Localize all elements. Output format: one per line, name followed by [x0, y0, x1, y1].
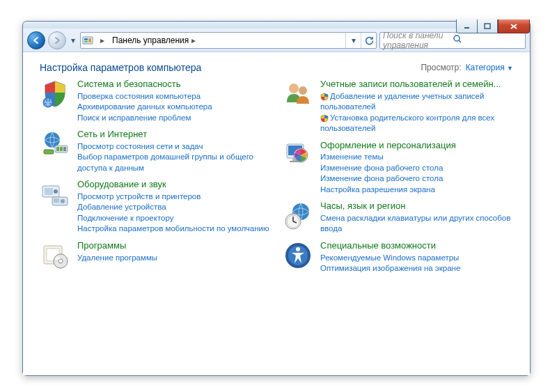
category-link[interactable]: Подключение к проектору — [77, 213, 269, 224]
category-link[interactable]: Добавление устройства — [77, 202, 269, 213]
category-link[interactable]: Архивирование данных компьютера — [77, 102, 212, 113]
content-area: Настройка параметров компьютера Просмотр… — [23, 52, 530, 375]
search-input[interactable]: Поиск в панели управления — [379, 32, 526, 49]
category-title[interactable]: Оформление и персонализация — [320, 140, 456, 151]
category-link[interactable]: Изменение темы — [320, 152, 456, 163]
svg-rect-15 — [63, 147, 66, 151]
svg-point-27 — [58, 259, 63, 263]
nav-history-dropdown[interactable]: ▾ — [69, 33, 77, 47]
window-buttons — [456, 19, 530, 33]
category-hardware-sound: Оборудование и звукПросмотр устройств и … — [40, 179, 270, 235]
titlebar[interactable] — [23, 22, 530, 29]
maximize-button[interactable] — [477, 19, 498, 33]
svg-rect-16 — [44, 150, 54, 154]
category-link[interactable]: Проверка состояния компьютера — [77, 91, 212, 102]
svg-rect-1 — [485, 24, 490, 29]
category-title[interactable]: Часы, язык и регион — [320, 201, 513, 212]
clock-lang-region-icon — [283, 201, 313, 231]
category-title[interactable]: Специальные возможности — [320, 240, 460, 251]
svg-point-28 — [56, 257, 60, 260]
view-by-dropdown[interactable]: Категория ▼ — [466, 63, 513, 72]
category-link[interactable]: Установка родительского контроля для все… — [320, 113, 513, 134]
refresh-button[interactable] — [361, 33, 376, 48]
svg-rect-5 — [84, 38, 88, 40]
category-title[interactable]: Сеть и Интернет — [77, 129, 270, 140]
address-dropdown[interactable]: ▾ — [345, 33, 361, 48]
system-security-icon — [40, 79, 70, 109]
view-by-label: Просмотр: — [421, 63, 461, 72]
category-link[interactable]: Удаление программы — [77, 253, 157, 264]
category-link[interactable]: Изменение фона рабочего стола — [320, 163, 456, 174]
category-clock-lang-region: Часы, язык и регионСмена раскладки клави… — [283, 201, 513, 235]
minimize-button[interactable] — [456, 19, 477, 33]
category-link[interactable]: Поиск и исправление проблем — [77, 113, 212, 124]
user-accounts-icon — [283, 79, 313, 109]
category-column-left: Система и безопасностьПроверка состояния… — [40, 79, 270, 370]
search-placeholder: Поиск в панели управления — [383, 31, 453, 50]
svg-point-22 — [61, 199, 65, 203]
category-title[interactable]: Система и безопасность — [77, 79, 212, 90]
window-frame: ▾ ▸ Панель управления ▸ ▾ Поиск в панели… — [22, 21, 531, 376]
category-link[interactable]: Смена раскладки клавиатуры или других сп… — [320, 213, 513, 235]
breadcrumb-sep-root[interactable]: ▸ — [95, 33, 109, 48]
category-title[interactable]: Программы — [77, 240, 157, 251]
network-icon — [40, 129, 70, 159]
svg-rect-6 — [84, 41, 88, 42]
svg-point-19 — [54, 189, 58, 194]
category-link[interactable]: Рекомендуемые Windows параметры — [320, 253, 460, 264]
breadcrumb-label: Панель управления — [112, 36, 189, 45]
ease-of-access-icon — [283, 240, 313, 271]
category-column-right: Учетные записи пользователей и семейн...… — [283, 79, 513, 370]
category-link[interactable]: Добавление и удаление учетных записей по… — [320, 91, 513, 113]
svg-rect-18 — [45, 188, 53, 195]
category-link[interactable]: Настройка параметров мобильности по умол… — [77, 224, 269, 235]
category-link[interactable]: Просмотр состояния сети и задач — [77, 141, 270, 152]
category-link[interactable]: Просмотр устройств и принтеров — [77, 191, 269, 203]
category-link[interactable]: Настройка разрешения экрана — [320, 185, 456, 196]
category-programs: ПрограммыУдаление программы — [40, 240, 270, 271]
svg-rect-21 — [54, 198, 59, 203]
view-by: Просмотр: Категория ▼ — [421, 63, 513, 72]
back-button[interactable] — [27, 31, 45, 49]
close-button[interactable] — [498, 19, 530, 33]
svg-point-30 — [299, 86, 307, 95]
breadcrumb[interactable]: Панель управления ▸ — [109, 33, 201, 48]
address-bar[interactable]: ▸ Панель управления ▸ ▾ — [80, 32, 377, 49]
svg-point-29 — [289, 84, 299, 93]
category-link[interactable]: Оптимизация изображения на экране — [320, 263, 460, 274]
page-title: Настройка параметров компьютера — [40, 62, 201, 73]
category-link[interactable]: Выбор параметров домашней группы и общег… — [77, 152, 270, 173]
category-title[interactable]: Оборудование и звук — [77, 179, 269, 190]
category-appearance: Оформление и персонализацияИзменение тем… — [283, 140, 513, 196]
toolbar: ▾ ▸ Панель управления ▸ ▾ Поиск в панели… — [23, 29, 530, 52]
search-icon — [453, 34, 522, 46]
svg-rect-7 — [88, 38, 91, 42]
control-panel-icon — [81, 35, 95, 46]
category-title[interactable]: Учетные записи пользователей и семейн... — [320, 79, 513, 90]
category-link[interactable]: Изменение фона рабочего стола — [320, 173, 456, 185]
category-network: Сеть и ИнтернетПросмотр состояния сети и… — [40, 129, 270, 173]
svg-point-43 — [296, 247, 300, 251]
svg-point-8 — [454, 36, 460, 41]
category-system-security: Система и безопасностьПроверка состояния… — [40, 79, 270, 123]
category-ease-of-access: Специальные возможностиРекомендуемые Win… — [283, 240, 513, 274]
forward-button[interactable] — [48, 31, 66, 49]
svg-rect-13 — [56, 147, 59, 151]
svg-rect-14 — [60, 147, 63, 151]
category-user-accounts: Учетные записи пользователей и семейн...… — [283, 79, 513, 134]
programs-icon — [40, 240, 70, 271]
hardware-sound-icon — [40, 179, 70, 210]
appearance-icon — [283, 140, 313, 171]
svg-line-9 — [459, 40, 461, 42]
